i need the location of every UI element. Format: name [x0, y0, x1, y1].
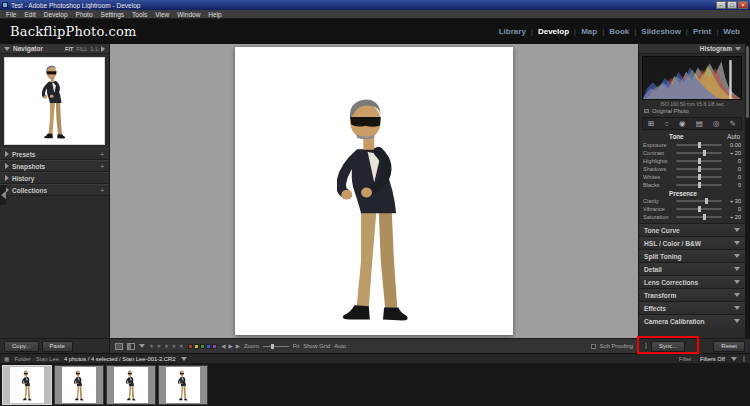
- slider-track[interactable]: [676, 152, 722, 154]
- color-label-purple[interactable]: [212, 344, 217, 349]
- show-grid-label[interactable]: Show Grid: [303, 343, 330, 349]
- section-snapshots[interactable]: Snapshots +: [0, 160, 109, 172]
- adjustment-brush-icon[interactable]: ✎: [730, 119, 736, 128]
- reset-button[interactable]: Reset: [713, 341, 745, 352]
- section-camera-calibration[interactable]: Camera Calibration: [639, 314, 745, 327]
- next-photo-icon[interactable]: ▶: [229, 343, 233, 349]
- module-print[interactable]: Print: [693, 27, 711, 36]
- graduated-filter-icon[interactable]: ▤: [696, 119, 703, 128]
- menu-tools[interactable]: Tools: [128, 11, 151, 18]
- menu-file[interactable]: File: [2, 11, 20, 18]
- color-label-red[interactable]: [188, 344, 193, 349]
- menu-window[interactable]: Window: [173, 11, 204, 18]
- right-panel-scrollbar[interactable]: [745, 44, 750, 338]
- section-effects[interactable]: Effects: [639, 301, 745, 314]
- paste-button[interactable]: Paste: [42, 341, 73, 352]
- spot-removal-icon[interactable]: ○: [664, 119, 669, 128]
- red-eye-icon[interactable]: ◉: [679, 119, 686, 128]
- grid-view-icon[interactable]: ▦: [4, 356, 9, 362]
- section-lens-corrections[interactable]: Lens Corrections: [639, 275, 745, 288]
- module-map[interactable]: Map: [581, 27, 597, 36]
- histogram-header[interactable]: Histogram: [639, 44, 745, 54]
- photo-canvas[interactable]: [235, 47, 513, 335]
- slider-thumb[interactable]: [698, 206, 701, 212]
- module-develop[interactable]: Develop: [538, 27, 569, 36]
- star-rating[interactable]: ★ ★ ★ ★ ★: [149, 343, 184, 349]
- filmstrip-thumbnail-4[interactable]: [158, 365, 208, 405]
- menu-edit[interactable]: Edit: [20, 11, 39, 18]
- section-collections[interactable]: Collections +: [0, 184, 109, 196]
- slider-track[interactable]: [676, 144, 722, 146]
- slider-thumb[interactable]: [698, 174, 701, 180]
- zoom-slider[interactable]: [263, 346, 289, 347]
- add-preset-icon[interactable]: +: [100, 151, 104, 158]
- minimize-button[interactable]: –: [716, 1, 726, 9]
- histogram[interactable]: [642, 56, 742, 100]
- zoom-mode-fill[interactable]: FILL: [76, 46, 87, 52]
- selection-info[interactable]: 4 photos / 4 selected / Stan Lee-001-2.C…: [64, 356, 176, 362]
- section-history[interactable]: History: [0, 172, 109, 184]
- source-chevron-icon[interactable]: [181, 357, 187, 361]
- menu-settings[interactable]: Settings: [97, 11, 129, 18]
- slider-thumb[interactable]: [703, 150, 706, 156]
- maximize-button[interactable]: □: [727, 1, 737, 9]
- filter-value[interactable]: Filters Off: [700, 356, 725, 362]
- sync-button[interactable]: Sync...: [651, 341, 685, 352]
- slider-track[interactable]: [676, 176, 722, 178]
- filters-toggle-switch[interactable]: [742, 355, 746, 363]
- filmstrip-thumbnail-3[interactable]: [106, 365, 156, 405]
- crop-overlay-icon[interactable]: ⊞: [648, 119, 654, 128]
- slider-track[interactable]: [676, 184, 722, 186]
- radial-filter-icon[interactable]: ◎: [713, 119, 720, 128]
- slider-track[interactable]: [676, 160, 722, 162]
- close-button[interactable]: ×: [738, 1, 748, 9]
- slider-thumb[interactable]: [703, 214, 706, 220]
- menu-help[interactable]: Help: [204, 11, 225, 18]
- zoom-mode-1-1[interactable]: 1:1: [90, 46, 98, 52]
- slider-track[interactable]: [676, 208, 722, 210]
- module-web[interactable]: Web: [723, 27, 740, 36]
- slider-track[interactable]: [676, 168, 722, 170]
- slider-thumb[interactable]: [698, 182, 701, 188]
- slider-thumb[interactable]: [698, 166, 701, 172]
- menu-develop[interactable]: Develop: [40, 11, 72, 18]
- auto-label[interactable]: Auto :: [334, 343, 349, 349]
- filmstrip-thumbnail-2[interactable]: [54, 365, 104, 405]
- slider-thumb[interactable]: [698, 158, 701, 164]
- loupe-view-icon[interactable]: [115, 343, 123, 350]
- navigator-preview[interactable]: [4, 57, 105, 145]
- play-slideshow-icon[interactable]: ▶: [236, 343, 240, 349]
- color-label-green[interactable]: [200, 344, 205, 349]
- navigator-header[interactable]: Navigator FIT FILL 1:1: [0, 44, 109, 54]
- section-transform[interactable]: Transform: [639, 288, 745, 301]
- section-detail[interactable]: Detail: [639, 262, 745, 275]
- soft-proofing-checkbox[interactable]: [591, 344, 596, 349]
- autosync-toggle[interactable]: [644, 342, 648, 350]
- scrollbar-thumb[interactable]: [746, 46, 749, 118]
- zoom-slider-thumb[interactable]: [271, 344, 274, 349]
- previous-photo-icon[interactable]: ◀: [221, 343, 225, 349]
- auto-tone-button[interactable]: Auto: [727, 133, 740, 140]
- module-book[interactable]: Book: [609, 27, 629, 36]
- module-library[interactable]: Library: [499, 27, 526, 36]
- add-collection-icon[interactable]: +: [100, 187, 104, 194]
- color-label-yellow[interactable]: [194, 344, 199, 349]
- copy-button[interactable]: Copy...: [4, 341, 39, 352]
- section-split-toning[interactable]: Split Toning: [639, 249, 745, 262]
- section-presets[interactable]: Presets +: [0, 148, 109, 160]
- zoom-mode-more-icon[interactable]: [101, 46, 105, 52]
- collapse-left-panel-arrow[interactable]: [0, 185, 6, 205]
- module-slideshow[interactable]: Slideshow: [641, 27, 681, 36]
- menu-photo[interactable]: Photo: [72, 11, 97, 18]
- before-after-view-icon[interactable]: [127, 343, 135, 350]
- filter-chevron-icon[interactable]: [731, 357, 737, 361]
- zoom-mode-fit[interactable]: FIT: [65, 46, 73, 52]
- fit-label[interactable]: Fit: [293, 343, 299, 349]
- view-options-chevron-icon[interactable]: [139, 344, 145, 348]
- filmstrip-thumbnail-1[interactable]: [2, 365, 52, 405]
- slider-track[interactable]: [676, 200, 722, 202]
- slider-thumb[interactable]: [705, 198, 708, 204]
- color-label-blue[interactable]: [206, 344, 211, 349]
- slider-thumb[interactable]: [698, 142, 701, 148]
- add-snapshot-icon[interactable]: +: [100, 163, 104, 170]
